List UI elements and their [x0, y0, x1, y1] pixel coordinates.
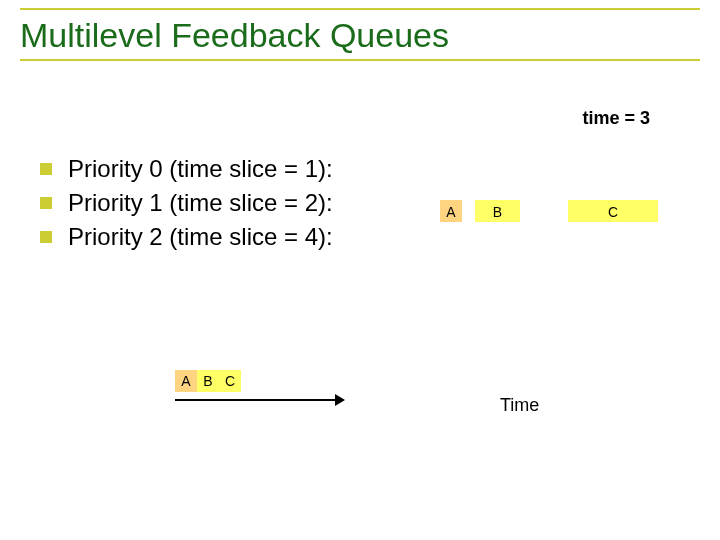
- timeline-box: C: [219, 370, 241, 392]
- axis-line: [175, 399, 335, 401]
- queue-box-c: C: [568, 200, 658, 222]
- bullet-text: Priority 1 (time slice = 2):: [68, 189, 333, 217]
- timeline-axis: [175, 394, 510, 408]
- arrow-right-icon: [335, 394, 345, 406]
- slide-title: Multilevel Feedback Queues: [20, 10, 700, 59]
- priority1-queue-row: A B C: [440, 200, 670, 222]
- bullet-square-icon: [40, 231, 52, 243]
- bullet-square-icon: [40, 197, 52, 209]
- bullet-square-icon: [40, 163, 52, 175]
- title-block: Multilevel Feedback Queues: [20, 8, 700, 61]
- bullet-item: Priority 1 (time slice = 2):: [40, 189, 333, 217]
- timeline-box: A: [175, 370, 197, 392]
- queue-box-b: B: [475, 200, 520, 222]
- bullet-text: Priority 0 (time slice = 1):: [68, 155, 333, 183]
- timeline-box: B: [197, 370, 219, 392]
- queue-box-a: A: [440, 200, 462, 222]
- title-rule-bottom: [20, 59, 700, 61]
- timeline: A B C: [175, 370, 510, 408]
- time-counter: time = 3: [582, 108, 650, 129]
- bullet-text: Priority 2 (time slice = 4):: [68, 223, 333, 251]
- timeline-boxes: A B C: [175, 370, 510, 392]
- bullet-item: Priority 0 (time slice = 1):: [40, 155, 333, 183]
- bullet-item: Priority 2 (time slice = 4):: [40, 223, 333, 251]
- bullet-list: Priority 0 (time slice = 1): Priority 1 …: [40, 155, 333, 257]
- timeline-axis-label: Time: [500, 395, 539, 416]
